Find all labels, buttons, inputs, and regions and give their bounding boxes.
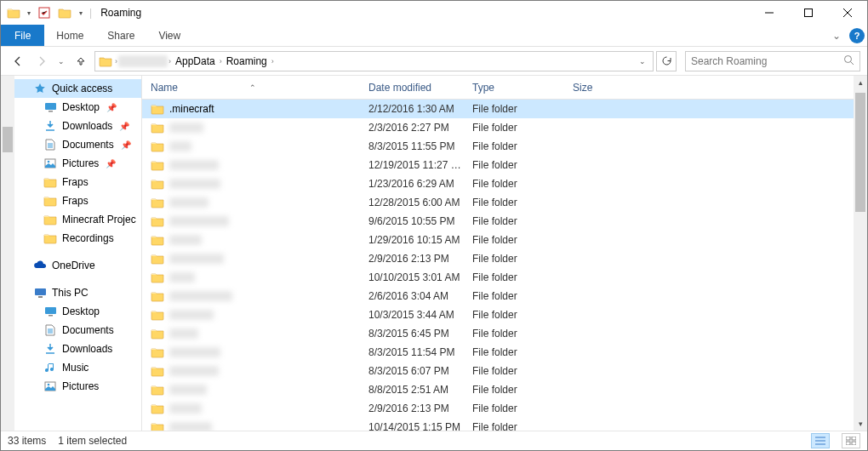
chevron-right-icon[interactable]: › [271, 57, 275, 66]
tab-home[interactable]: Home [44, 25, 95, 46]
column-date[interactable]: Date modified [368, 82, 472, 94]
ribbon-collapse-icon[interactable]: ⌄ [826, 25, 847, 46]
sidebar-item[interactable]: Downloads [14, 340, 141, 358]
folder-icon [151, 289, 164, 303]
breadcrumb-appdata[interactable]: AppData [172, 55, 219, 67]
music-icon [43, 361, 57, 374]
folder-icon [55, 3, 74, 22]
sidebar-item[interactable]: Fraps [14, 191, 141, 210]
table-row[interactable]: 12/28/2015 6:00 AMFile folder [142, 193, 867, 212]
minimize-button[interactable] [750, 1, 789, 25]
table-row[interactable]: 2/3/2016 2:27 PMFile folder [142, 118, 867, 137]
properties-icon[interactable] [35, 3, 54, 22]
sidebar-item[interactable]: Pictures [14, 377, 141, 396]
search-box[interactable] [685, 51, 860, 71]
scroll-thumb[interactable] [855, 93, 865, 212]
sidebar-item[interactable]: Documents📌 [14, 135, 141, 154]
pictures-icon [43, 380, 57, 393]
file-type: File folder [472, 271, 573, 283]
svg-rect-15 [35, 288, 46, 295]
tab-share[interactable]: Share [95, 25, 146, 46]
file-type: File folder [472, 346, 573, 358]
search-input[interactable] [691, 55, 843, 67]
star-icon [33, 82, 47, 95]
pin-icon: 📌 [106, 159, 116, 168]
back-button[interactable] [8, 51, 28, 71]
downloads-icon [43, 119, 57, 133]
sidebar-item[interactable]: Recordings [14, 229, 141, 248]
table-row[interactable]: 2/9/2016 2:13 PMFile folder [142, 399, 867, 418]
qat-dropdown-icon[interactable]: ▾ [76, 3, 86, 22]
up-button[interactable] [71, 51, 91, 71]
sidebar-quick-access[interactable]: Quick access [14, 79, 141, 98]
file-type: File folder [472, 159, 573, 171]
folder-icon [151, 158, 164, 172]
sidebar-onedrive[interactable]: OneDrive [14, 256, 141, 275]
sidebar-item[interactable]: Music [14, 358, 141, 377]
breadcrumb[interactable]: › › AppData › Roaming › ⌄ [94, 51, 654, 71]
scroll-down-icon[interactable]: ▾ [854, 417, 867, 431]
column-name[interactable]: Name⌃ [151, 82, 368, 94]
table-row[interactable]: 8/3/2015 11:54 PMFile folder [142, 343, 867, 362]
breadcrumb-user[interactable] [118, 55, 168, 67]
quick-access-toolbar: ▾ ▾ | [4, 3, 94, 22]
sidebar-item-label: Desktop [62, 305, 100, 317]
table-row[interactable]: 8/3/2015 6:45 PMFile folder [142, 324, 867, 343]
svg-rect-8 [49, 111, 53, 112]
sidebar-item[interactable]: Fraps [14, 173, 141, 191]
table-row[interactable]: 1/23/2016 6:29 AMFile folder [142, 174, 867, 193]
view-details-button[interactable] [811, 433, 830, 448]
table-row[interactable]: 10/14/2015 1:15 PMFile folder [142, 418, 867, 431]
qat-dropdown-icon[interactable]: ▾ [25, 3, 33, 22]
sidebar-item[interactable]: Documents [14, 321, 141, 340]
scroll-up-icon[interactable]: ▴ [854, 76, 867, 89]
file-name [169, 385, 207, 395]
table-row[interactable]: .minecraft2/12/2016 1:30 AMFile folder [142, 100, 867, 118]
file-name [169, 272, 195, 283]
sidebar-item-label: Desktop [62, 101, 100, 113]
table-row[interactable]: 2/6/2016 3:04 AMFile folder [142, 287, 867, 305]
status-selection: 1 item selected [58, 435, 127, 447]
sidebar-scrollbar[interactable] [1, 76, 14, 431]
file-tab[interactable]: File [1, 25, 44, 46]
help-button[interactable]: ? [847, 25, 867, 46]
address-dropdown-icon[interactable]: ⌄ [634, 57, 651, 66]
view-large-icons-button[interactable] [842, 433, 860, 448]
sidebar-item-label: Fraps [62, 176, 89, 188]
sidebar-item[interactable]: Pictures📌 [14, 154, 141, 173]
search-icon[interactable] [843, 54, 854, 68]
table-row[interactable]: 8/3/2015 6:07 PMFile folder [142, 362, 867, 380]
sidebar-this-pc[interactable]: This PC [14, 283, 141, 302]
breadcrumb-roaming[interactable]: Roaming [223, 55, 271, 67]
sidebar-item[interactable]: Desktop [14, 302, 141, 321]
table-row[interactable]: 2/9/2016 2:13 PMFile folder [142, 249, 867, 268]
maximize-button[interactable] [789, 1, 828, 25]
table-row[interactable]: 10/10/2015 3:01 AMFile folder [142, 268, 867, 287]
table-row[interactable]: 10/3/2015 3:44 AMFile folder [142, 305, 867, 324]
title-bar: ▾ ▾ | Roaming [1, 1, 867, 25]
window-title: Roaming [100, 7, 141, 19]
sidebar-item[interactable]: Minecraft Projec [14, 210, 141, 229]
recent-dropdown-icon[interactable]: ⌄ [55, 51, 67, 71]
table-row[interactable]: 9/6/2015 10:55 PMFile folder [142, 212, 867, 231]
close-button[interactable] [828, 1, 867, 25]
refresh-button[interactable] [656, 51, 677, 71]
folder-icon [151, 327, 164, 340]
folder-icon [151, 214, 164, 228]
table-row[interactable]: 8/3/2015 11:55 PMFile folder [142, 137, 867, 156]
table-row[interactable]: 8/8/2015 2:51 AMFile folder [142, 380, 867, 399]
folder-icon [151, 140, 164, 153]
tab-view[interactable]: View [146, 25, 192, 46]
column-type[interactable]: Type [472, 82, 573, 94]
content-scrollbar[interactable]: ▴ ▾ [854, 76, 867, 431]
column-size[interactable]: Size [573, 82, 641, 94]
sidebar-item-label: Fraps [62, 195, 89, 207]
table-row[interactable]: 1/29/2016 10:15 AMFile folder [142, 231, 867, 249]
file-date: 10/3/2015 3:44 AM [368, 309, 472, 321]
svg-rect-17 [45, 307, 56, 314]
sidebar-item[interactable]: Desktop📌 [14, 98, 141, 117]
table-row[interactable]: 12/19/2015 11:27 …File folder [142, 156, 867, 174]
forward-button[interactable] [31, 51, 52, 71]
file-type: File folder [472, 122, 573, 134]
sidebar-item[interactable]: Downloads📌 [14, 117, 141, 135]
